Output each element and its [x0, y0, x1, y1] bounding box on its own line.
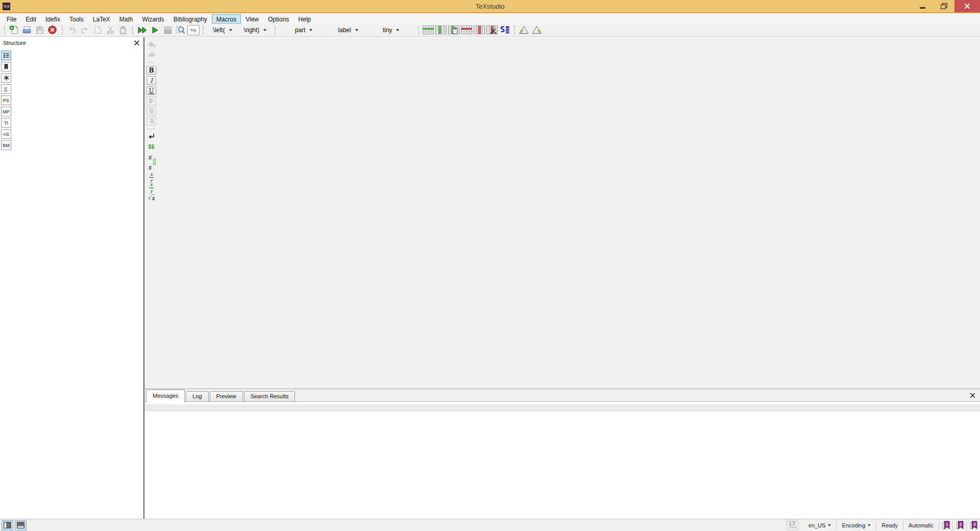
menu-bar: File Edit Idefix Tools LaTeX Math Wizard…	[0, 14, 980, 23]
undo-button[interactable]	[65, 24, 78, 36]
remove-row-button[interactable]	[460, 24, 473, 36]
cut-button[interactable]	[104, 24, 116, 36]
toggle-structure-panel-button[interactable]	[2, 520, 13, 530]
restore-button[interactable]	[933, 0, 954, 12]
table-remove-column-icon	[474, 26, 485, 34]
display-fraction-button[interactable]: x y	[146, 183, 156, 192]
sectioning-combo[interactable]: part	[278, 25, 329, 36]
superscript-button[interactable]: x	[146, 163, 156, 172]
close-document-button[interactable]	[46, 24, 59, 36]
sidebar-tab-pstricks[interactable]: PS	[1, 95, 11, 105]
bottom-panel-icon	[17, 522, 24, 528]
minimize-button[interactable]	[912, 0, 933, 12]
paste-column-button[interactable]	[447, 24, 460, 36]
sidebar-tab-metapost[interactable]: MP	[1, 107, 11, 116]
menu-help[interactable]: Help	[293, 14, 315, 23]
bookmark-2-button[interactable]: 2	[954, 520, 965, 530]
double-play-icon	[137, 26, 148, 34]
menu-idefix[interactable]: Idefix	[41, 14, 65, 23]
languagetool-button[interactable]: LT ∿∿∿	[781, 521, 803, 529]
add-row-button[interactable]	[422, 24, 434, 36]
italic-button[interactable]: I	[146, 76, 156, 85]
new-document-button[interactable]	[8, 24, 20, 36]
menu-edit[interactable]: Edit	[21, 14, 41, 23]
right-delimiter-combo[interactable]: \right)	[239, 25, 272, 36]
build-and-view-button[interactable]	[136, 24, 149, 36]
sidebar-tab-structure[interactable]	[1, 51, 11, 60]
save-button[interactable]	[33, 24, 46, 36]
sidebar-tab-asymptote[interactable]: AS	[1, 129, 11, 139]
previous-mark-button[interactable]	[518, 24, 530, 36]
toolbar-handle[interactable]	[417, 26, 420, 35]
menu-math[interactable]: Math	[115, 14, 138, 23]
nav-forward-button[interactable]	[146, 51, 156, 59]
font-size-combo[interactable]: tiny	[367, 25, 415, 36]
tab-messages[interactable]: Messages	[146, 390, 185, 402]
toolbar-handle[interactable]	[274, 26, 276, 35]
menu-latex[interactable]: LaTeX	[88, 14, 115, 23]
menu-options[interactable]: Options	[263, 14, 293, 23]
align-left-button[interactable]	[146, 96, 156, 105]
subscript-button[interactable]: x	[146, 153, 156, 161]
menu-view[interactable]: View	[241, 14, 263, 23]
tab-search-results[interactable]: Search Results	[244, 391, 296, 401]
reference-combo[interactable]: label	[329, 25, 367, 36]
menu-bibliography[interactable]: Bibliography	[169, 14, 212, 23]
open-button[interactable]	[20, 24, 33, 36]
close-button[interactable]	[954, 0, 980, 12]
toolbar-handle[interactable]	[202, 26, 204, 35]
fraction-numerator: x	[150, 182, 153, 187]
inline-math-button[interactable]: $$	[146, 142, 156, 151]
fraction-button[interactable]: x y	[146, 173, 156, 182]
bold-button[interactable]: B	[146, 66, 156, 75]
tab-preview[interactable]: Preview	[210, 391, 243, 401]
paste-button[interactable]	[116, 24, 129, 36]
sidebar-tab-bookmarks[interactable]	[1, 62, 11, 71]
divider	[147, 129, 156, 129]
left-delimiter-combo[interactable]: \left(	[206, 25, 239, 36]
add-column-button[interactable]	[434, 24, 447, 36]
reference-value: label	[338, 27, 351, 34]
view-pdf-button[interactable]	[174, 24, 187, 36]
remove-column-button[interactable]	[473, 24, 485, 36]
cut-column-button[interactable]	[485, 24, 498, 36]
line-break-button[interactable]	[146, 132, 156, 141]
bookmark-3-button[interactable]: 3	[968, 520, 979, 530]
view-log-button[interactable]: log	[187, 24, 200, 36]
output-panel-close-button[interactable]	[969, 392, 976, 399]
tab-log[interactable]: Log	[186, 391, 208, 401]
sidebar-tab-tikz[interactable]: TI	[1, 118, 11, 128]
language-selector[interactable]: en_US	[803, 521, 837, 529]
redo-button[interactable]	[78, 24, 91, 36]
align-center-button[interactable]	[146, 107, 156, 115]
compile-button[interactable]	[149, 24, 161, 36]
magnifier-icon	[176, 25, 185, 35]
toolbar-handle[interactable]	[61, 26, 63, 35]
toolbar-handle[interactable]	[131, 26, 134, 35]
square-root-button[interactable]: √ x	[146, 194, 156, 202]
sidebar-tab-symbols[interactable]	[1, 73, 11, 83]
menu-macros[interactable]: Macros	[212, 14, 241, 23]
line-ending-selector[interactable]: Automatic	[903, 521, 939, 529]
sidebar-tab-beamer[interactable]: BM	[1, 140, 11, 150]
next-mark-button[interactable]	[530, 24, 543, 36]
underline-button[interactable]: U	[146, 86, 156, 95]
encoding-selector[interactable]: Encoding	[837, 521, 876, 529]
toolbar-handle[interactable]	[513, 26, 516, 35]
toolbar-handle[interactable]	[3, 26, 6, 35]
align-right-button[interactable]	[146, 117, 156, 126]
sidebar-tab-brackets[interactable]: ([.	[1, 84, 11, 94]
toggle-output-panel-button[interactable]	[15, 520, 27, 530]
menu-tools[interactable]: Tools	[65, 14, 88, 23]
align-columns-button[interactable]	[498, 24, 511, 36]
square-root-icon: √ x	[148, 195, 155, 202]
stop-compile-button[interactable]	[161, 24, 174, 36]
structure-list-icon	[3, 52, 10, 59]
copy-button[interactable]	[91, 24, 104, 36]
underline-icon: U	[149, 87, 154, 94]
structure-close-button[interactable]	[133, 39, 140, 46]
menu-wizards[interactable]: Wizards	[137, 14, 168, 23]
menu-file[interactable]: File	[2, 14, 21, 23]
bookmark-1-button[interactable]: 1	[940, 520, 951, 530]
nav-back-button[interactable]	[146, 40, 156, 49]
